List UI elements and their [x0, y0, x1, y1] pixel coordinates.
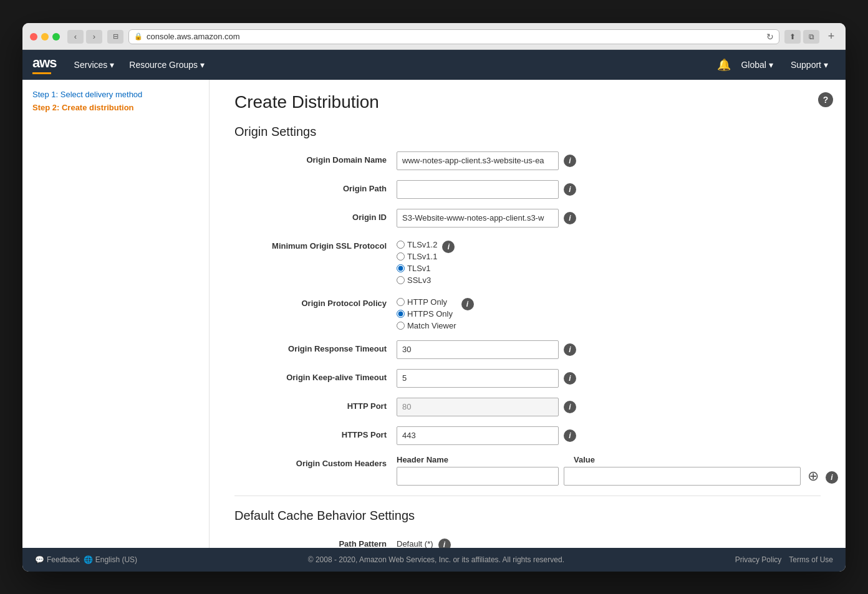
path-pattern-label: Path Pattern	[234, 535, 397, 548]
sidebar-toggle-button[interactable]: ⊟	[107, 30, 123, 44]
origin-domain-name-row: Origin Domain Name i	[234, 151, 821, 170]
cache-behavior-title: Default Cache Behavior Settings	[234, 509, 821, 523]
support-nav-item[interactable]: Support ▾	[783, 50, 836, 80]
resource-groups-nav-item[interactable]: Resource Groups ▾	[122, 50, 212, 80]
new-tab-button[interactable]: ⧉	[803, 30, 819, 44]
footer: 💬 Feedback 🌐 English (US) © 2008 - 2020,…	[22, 548, 846, 572]
services-nav-item[interactable]: Services ▾	[67, 50, 122, 80]
origin-id-control: i	[397, 209, 821, 228]
origin-keepalive-row: Origin Keep-alive Timeout i	[234, 369, 821, 388]
match-viewer-radio[interactable]	[397, 322, 405, 330]
maximize-button[interactable]	[52, 33, 60, 41]
origin-path-input[interactable]	[397, 180, 559, 199]
http-port-input	[397, 398, 559, 416]
feedback-button[interactable]: 💬 Feedback	[35, 555, 80, 564]
sidebar-step-1[interactable]: Step 1: Select delivery method	[32, 90, 199, 99]
min-ssl-sslv3-option[interactable]: SSLv3	[397, 275, 437, 285]
footer-links: Privacy Policy Terms of Use	[735, 555, 833, 564]
back-button[interactable]: ‹	[67, 30, 84, 44]
path-pattern-row: Path Pattern Default (*) i	[234, 535, 821, 548]
chat-icon: 💬	[35, 555, 44, 564]
https-only-radio[interactable]	[397, 310, 405, 318]
origin-response-timeout-control: i	[397, 340, 821, 359]
custom-header-value-input[interactable]	[564, 467, 801, 486]
min-ssl-tlsv11-option[interactable]: TLSv1.1	[397, 252, 437, 261]
help-icon[interactable]: ?	[818, 92, 833, 107]
origin-response-timeout-label: Origin Response Timeout	[234, 340, 397, 353]
add-header-button[interactable]: ⊕	[806, 469, 821, 484]
header-value-col-label: Value	[574, 455, 595, 464]
custom-headers-info-icon[interactable]: i	[826, 471, 838, 484]
origin-keepalive-label: Origin Keep-alive Timeout	[234, 369, 397, 382]
footer-left: 💬 Feedback 🌐 English (US)	[35, 555, 137, 564]
origin-protocol-label: Origin Protocol Policy	[234, 295, 397, 308]
browser-chrome: ‹ › ⊟ 🔒 ↻ ⬆ ⧉ +	[22, 23, 846, 50]
min-ssl-info-icon[interactable]: i	[442, 241, 455, 253]
min-ssl-tlsv1-option[interactable]: TLSv1	[397, 264, 437, 273]
http-port-control: i	[397, 398, 821, 416]
origin-keepalive-info-icon[interactable]: i	[564, 372, 576, 385]
https-port-row: HTTPS Port i	[234, 426, 821, 445]
main-layout: Step 1: Select delivery method Step 2: C…	[22, 80, 846, 548]
share-button[interactable]: ⬆	[784, 30, 801, 44]
origin-protocol-row: Origin Protocol Policy HTTP Only HTTPS O…	[234, 295, 821, 330]
support-label: Support	[791, 60, 821, 70]
origin-id-input[interactable]	[397, 209, 559, 228]
address-bar[interactable]	[147, 32, 763, 41]
custom-headers-row: Origin Custom Headers Header Name Value …	[234, 455, 821, 486]
origin-keepalive-input[interactable]	[397, 369, 559, 388]
global-nav-item[interactable]: Global ▾	[733, 50, 780, 80]
origin-id-info-icon[interactable]: i	[564, 212, 576, 224]
custom-headers-label: Origin Custom Headers	[234, 455, 397, 468]
origin-settings-title: Origin Settings	[234, 125, 821, 139]
origin-domain-name-info-icon[interactable]: i	[564, 155, 576, 167]
https-port-input[interactable]	[397, 426, 559, 445]
origin-domain-name-control: i	[397, 151, 821, 170]
min-ssl-sslv3-radio[interactable]	[397, 276, 405, 284]
forward-button[interactable]: ›	[86, 30, 102, 44]
privacy-policy-link[interactable]: Privacy Policy	[735, 555, 782, 564]
aws-logo[interactable]: aws	[32, 55, 57, 74]
resource-groups-chevron-icon: ▾	[200, 60, 205, 70]
min-ssl-tlsv11-radio[interactable]	[397, 252, 405, 261]
custom-header-name-input[interactable]	[397, 467, 559, 486]
services-label: Services	[74, 60, 108, 70]
http-only-option[interactable]: HTTP Only	[397, 297, 456, 307]
minimize-button[interactable]	[41, 33, 49, 41]
content-area: ? Create Distribution Origin Settings Or…	[210, 80, 846, 548]
custom-headers-control: Header Name Value ⊕ i	[397, 455, 838, 486]
http-port-info-icon[interactable]: i	[564, 401, 576, 413]
origin-response-timeout-info-icon[interactable]: i	[564, 343, 576, 356]
origin-response-timeout-input[interactable]	[397, 340, 559, 359]
terms-of-use-link[interactable]: Terms of Use	[789, 555, 833, 564]
globe-icon: 🌐	[84, 555, 93, 564]
address-bar-container: 🔒 ↻	[128, 29, 779, 44]
sidebar-step-1-label: Step 1: Select delivery method	[32, 90, 142, 99]
sidebar: Step 1: Select delivery method Step 2: C…	[22, 80, 210, 548]
min-ssl-tlsv12-option[interactable]: TLSv1.2	[397, 240, 437, 249]
https-port-info-icon[interactable]: i	[564, 429, 576, 442]
min-ssl-tlsv12-radio[interactable]	[397, 241, 405, 249]
origin-domain-name-input[interactable]	[397, 151, 559, 170]
http-port-label: HTTP Port	[234, 398, 397, 411]
global-chevron-icon: ▾	[769, 60, 773, 70]
min-ssl-tlsv1-radio[interactable]	[397, 264, 405, 272]
origin-path-info-icon[interactable]: i	[564, 183, 576, 196]
reload-button[interactable]: ↻	[766, 32, 774, 42]
add-tab-button[interactable]: +	[824, 30, 838, 44]
footer-copyright: © 2008 - 2020, Amazon Web Services, Inc.…	[147, 555, 725, 564]
match-viewer-option[interactable]: Match Viewer	[397, 321, 456, 330]
path-pattern-info-icon[interactable]: i	[438, 539, 451, 548]
path-pattern-value: Default (*)	[397, 535, 433, 548]
https-only-option[interactable]: HTTPS Only	[397, 309, 456, 319]
http-only-radio[interactable]	[397, 298, 405, 306]
lock-icon: 🔒	[134, 32, 143, 41]
close-button[interactable]	[30, 33, 37, 41]
language-selector[interactable]: 🌐 English (US)	[84, 555, 137, 564]
sidebar-step-2-label: Step 2: Create distribution	[32, 103, 134, 112]
sidebar-step-2[interactable]: Step 2: Create distribution	[32, 103, 199, 112]
bell-icon[interactable]: 🔔	[717, 58, 731, 72]
origin-protocol-info-icon[interactable]: i	[461, 298, 474, 310]
services-chevron-icon: ▾	[110, 60, 114, 70]
browser-actions: ⬆ ⧉	[784, 30, 819, 44]
